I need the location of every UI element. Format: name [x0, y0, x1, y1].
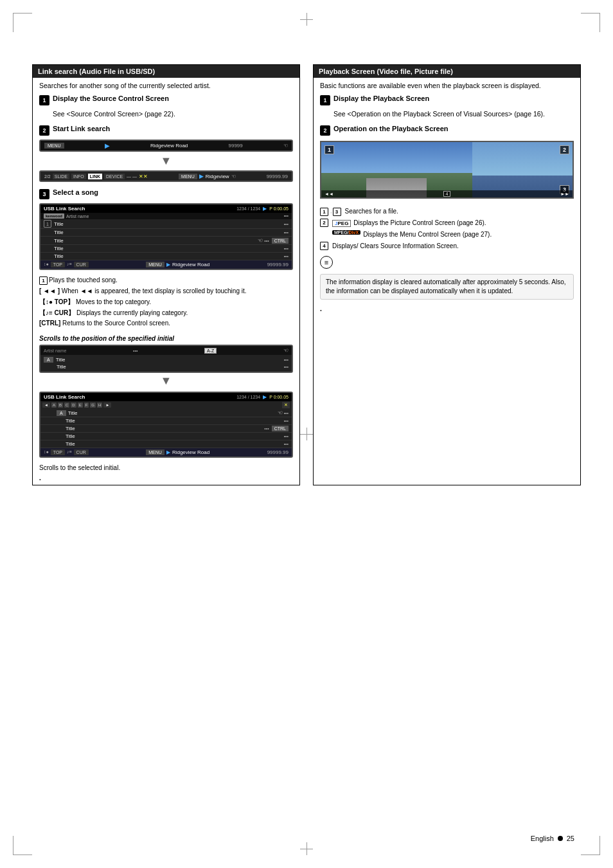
usb-header: USB Link Search 1234 / 1234 ▶ P 0:00.05 [40, 204, 292, 213]
list-row-0: 1 Title ••• [40, 219, 292, 229]
usb2-row-0: A Title ☜ ••• [40, 409, 292, 417]
usb-top-btn[interactable]: TOP [51, 262, 65, 267]
bullet-5: [CTRL] Returns to the Source Control scr… [39, 320, 293, 327]
bullet-3: 【↕● TOP】 Moves to the top category. [39, 298, 293, 307]
note-box: The information display is cleared autom… [320, 274, 574, 300]
scroll-title-a: Title [56, 357, 284, 363]
usb2-top-icon: ↕● [44, 449, 49, 455]
bullet-text-3b: Moves to the top category. [76, 298, 151, 305]
bullet-4: 【♪≡ CUR】 Displays the currently playing … [39, 309, 293, 318]
page-footer: English 25 [531, 835, 574, 842]
r-bullet-dot: • [320, 307, 322, 313]
video-bar-right: ►► [560, 192, 569, 196]
list-row-2: Title ☜ ••• CTRL [40, 237, 292, 245]
alpha-d[interactable]: D [71, 402, 76, 408]
usb-screen: USB Link Search 1234 / 1234 ▶ P 0:00.05 … [39, 203, 293, 270]
usb2-header: USB Link Search 1234 / 1234 ▶ P 0:00.05 [40, 393, 292, 401]
video-num-4-badge: 4 [443, 191, 451, 197]
content-area: Link search (Audio File in USB/SD) Searc… [32, 64, 581, 485]
r-bullet-13-text: Searches for a file. [345, 208, 398, 215]
screen1-track: Ridgeview Road [150, 143, 188, 149]
step1-num: 1 [39, 95, 49, 105]
screen2-menu: MENU [179, 174, 197, 179]
usb-arrow: ▶ [166, 262, 170, 267]
scroll-s1-rows: A Title ••• Title ••• [40, 355, 292, 372]
usb2-title-0: Title [68, 410, 278, 416]
alpha-c[interactable]: C [64, 402, 69, 408]
alpha-f[interactable]: F [84, 402, 89, 408]
screen2-right: MENU ▶ Ridgeview ☜ [179, 173, 236, 179]
alpha-next[interactable]: ► [103, 402, 111, 408]
alpha-h[interactable]: H [97, 402, 102, 408]
usb2-title-3: Title [66, 433, 284, 439]
video-left-panel: 1 [321, 142, 472, 197]
usb-counter: 1234 / 1234 [236, 206, 260, 211]
alpha-a[interactable]: A [51, 402, 57, 408]
scroll-s1-hand: ☜ [283, 347, 289, 354]
step1-title: Display the Source Control Screen [53, 95, 169, 102]
alpha-g[interactable]: G [90, 402, 96, 408]
scroll-title-b: Title [57, 364, 284, 370]
video-right-panel: 2 3 [472, 142, 573, 197]
r-num-1: 1 [320, 208, 328, 216]
screen1-num: 99999 [229, 143, 243, 149]
usb2-menu: MENU [146, 449, 164, 455]
screen1-top: MENU ▶ Ridgeview Road 99999 ☜ [40, 141, 292, 150]
usb-cur-btn[interactable]: CUR [74, 262, 89, 267]
usb2-cur-btn[interactable]: CUR [74, 449, 89, 455]
usb-time: P 0:00.05 [269, 206, 289, 211]
bullet-1: 1 Plays the touched song. [39, 276, 293, 285]
scroll-s1-dots: ••• [133, 348, 138, 353]
scroll-a-btn: A [44, 357, 53, 363]
usb-artist-label-area: kenwood Artist name [44, 213, 89, 219]
alpha-b[interactable]: B [58, 402, 63, 408]
divx-text: DivX [349, 230, 359, 235]
alpha-prev[interactable]: ◄ [42, 402, 50, 408]
usb2-ctrl: CTRL [272, 426, 289, 431]
step1-desc: See <Source Control Screen> (page 22). [53, 109, 293, 119]
alpha-close[interactable]: ✕ [282, 402, 290, 408]
list-title-1: Title [54, 230, 284, 235]
screen2-xx: ✕✕ [139, 174, 148, 179]
alpha-e[interactable]: E [78, 402, 83, 408]
r-bullet-section: 1 , 3 Searches for a file. 2 JPEG Displa… [314, 204, 580, 256]
r-bullet-2-text: Displays the Picture Control Screen (pag… [353, 219, 486, 228]
usb2-arrow: ▶ [166, 449, 170, 455]
usb-menu: MENU [146, 262, 164, 267]
video-bottom-bar: ◄◄ 4 ►► [321, 190, 573, 197]
usb-list: 1 Title ••• Title ••• Title ☜ ••• [40, 219, 292, 260]
bullet-text-2b: When ◄◄ is appeared, the text display is… [62, 287, 247, 294]
r-num-4: 4 [320, 242, 328, 250]
usb2-num: 99999.99 [267, 449, 289, 455]
usb2-dots-1: ••• [284, 419, 289, 423]
list-dots-0: ••• [284, 222, 289, 226]
video-screen: 1 2 3 ◄◄ 4 ►► [320, 141, 574, 199]
list-hand-2: ☜ [258, 237, 263, 244]
bullet-text-3: 【↕● TOP】 [39, 298, 74, 305]
step2: 2 Start Link search [39, 125, 293, 136]
usb2-play: ▶ [263, 394, 267, 400]
bullet-2: [ ◄◄ ] When ◄◄ is appeared, the text dis… [39, 287, 293, 296]
step3-num: 3 [39, 189, 49, 199]
jpeg-j: J [335, 221, 337, 226]
usb2-top-btn[interactable]: TOP [51, 449, 65, 455]
bullet-section: 1 Plays the touched song. [ ◄◄ ] When ◄◄… [33, 274, 299, 331]
usb-artist-row: kenwood Artist name ••• [40, 213, 292, 219]
list-ctrl: CTRL [272, 238, 289, 244]
mpeg-badge: MPEG/DivX [332, 230, 360, 235]
right-column: Playback Screen (Video file, Picture fil… [313, 64, 581, 485]
jpeg-badge: JPEG [332, 220, 351, 227]
usb2-nav: ↕● TOP ♪≡ CUR [44, 449, 89, 455]
right-section-header: Playback Screen (Video file, Picture fil… [314, 65, 580, 78]
usb2-dots-0: ••• [284, 411, 289, 415]
usb2-bottom: ↕● TOP ♪≡ CUR MENU ▶ Ridgeview Road 9999… [40, 448, 292, 457]
list-title-0: Title [54, 221, 284, 227]
usb-cur-icon: ♪≡ [67, 262, 72, 267]
step2-title: Start Link search [53, 125, 110, 132]
footer-dot [558, 836, 563, 841]
scroll-dots-b: ••• [284, 365, 289, 369]
bullet-text-5b: Returns to the Source Control screen. [62, 320, 170, 327]
scrolls-screen-1: Artist name ••• A-Z ☜ A Title ••• Title … [39, 345, 293, 373]
usb-play-icon: ▶ [263, 206, 267, 212]
left-bullet-dot: • [33, 476, 299, 485]
